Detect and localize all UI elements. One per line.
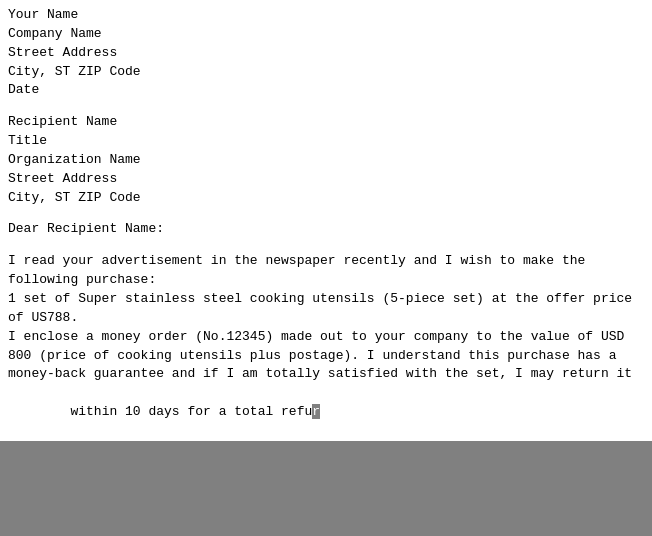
- gray-block: [0, 441, 652, 536]
- letter-area: Your Name Company Name Street Address Ci…: [0, 0, 652, 441]
- body-line2: following purchase:: [8, 271, 644, 290]
- body-line7: money-back guarantee and if I am totally…: [8, 365, 644, 384]
- body-line8-selected: r: [312, 404, 320, 419]
- body-line4: of US788.: [8, 309, 644, 328]
- body-line3: 1 set of Super stainless steel cooking u…: [8, 290, 644, 309]
- body-line5: I enclose a money order (No.12345) made …: [8, 328, 644, 347]
- body-line8: within 10 days for a total refur: [8, 384, 644, 441]
- recipient-street: Street Address: [8, 170, 644, 189]
- sender-date: Date: [8, 81, 644, 100]
- recipient-name: Recipient Name: [8, 113, 644, 132]
- sender-name: Your Name: [8, 6, 644, 25]
- sender-city: City, ST ZIP Code: [8, 63, 644, 82]
- body-line6: 800 (price of cooking utensils plus post…: [8, 347, 644, 366]
- body-line1: I read your advertisement in the newspap…: [8, 252, 644, 271]
- recipient-org: Organization Name: [8, 151, 644, 170]
- body-paragraph: I read your advertisement in the newspap…: [8, 252, 644, 440]
- page-container: Your Name Company Name Street Address Ci…: [0, 0, 652, 536]
- body-line8-normal: within 10 days for a total refu: [70, 404, 312, 419]
- salutation: Dear Recipient Name:: [8, 220, 644, 239]
- recipient-city: City, ST ZIP Code: [8, 189, 644, 208]
- sender-street: Street Address: [8, 44, 644, 63]
- recipient-title: Title: [8, 132, 644, 151]
- sender-company: Company Name: [8, 25, 644, 44]
